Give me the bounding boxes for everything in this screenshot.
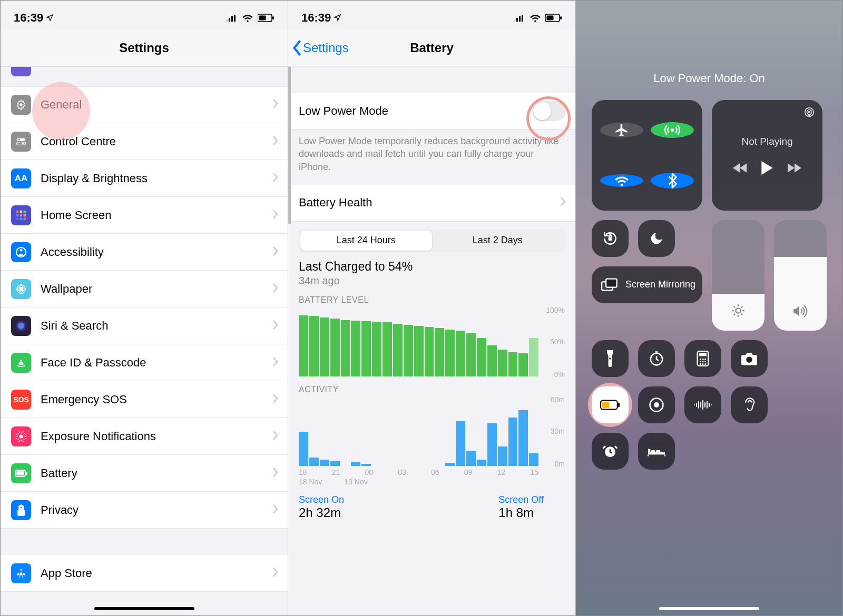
screen-on-value: 2h 32m bbox=[299, 505, 344, 520]
status-bar: 16:39 bbox=[288, 1, 575, 29]
svg-point-7 bbox=[19, 103, 23, 106]
home-indicator[interactable] bbox=[94, 607, 194, 610]
cellular-icon bbox=[226, 14, 238, 22]
seg-24h[interactable]: Last 24 Hours bbox=[300, 231, 432, 251]
svg-rect-47 bbox=[606, 279, 617, 287]
svg-point-26 bbox=[18, 323, 24, 329]
svg-point-59 bbox=[700, 363, 701, 365]
sidebar-item-exposure-notifications[interactable]: Exposure Notifications bbox=[1, 418, 288, 455]
sidebar-item-home-screen[interactable]: Home Screen bbox=[1, 197, 288, 234]
svg-point-27 bbox=[20, 360, 22, 362]
dnd-button[interactable] bbox=[638, 220, 675, 257]
highlight-general bbox=[32, 82, 90, 140]
svg-rect-36 bbox=[519, 16, 521, 22]
camera-button[interactable] bbox=[731, 340, 768, 377]
svg-rect-18 bbox=[16, 217, 19, 220]
sidebar-item-accessibility[interactable]: Accessibility bbox=[1, 234, 288, 271]
timer-button[interactable] bbox=[638, 340, 675, 377]
row-label: Battery bbox=[41, 466, 77, 480]
chevron-icon bbox=[273, 431, 278, 442]
location-icon bbox=[46, 11, 54, 25]
screen-off-title: Screen Off bbox=[498, 494, 544, 505]
sidebar-item-battery[interactable]: Battery bbox=[1, 455, 288, 492]
svg-point-29 bbox=[19, 435, 23, 438]
row-icon bbox=[11, 242, 31, 262]
status-indicators bbox=[514, 14, 562, 22]
row-label: App Store bbox=[41, 567, 92, 580]
chevron-icon bbox=[273, 283, 278, 295]
screen-record-button[interactable] bbox=[638, 386, 675, 423]
svg-point-28 bbox=[18, 364, 25, 366]
last-charged-sub: 34m ago bbox=[299, 275, 565, 287]
chevron-icon bbox=[273, 210, 278, 221]
svg-rect-37 bbox=[522, 15, 523, 22]
bluetooth-button[interactable] bbox=[651, 173, 694, 188]
prev-button[interactable] bbox=[733, 163, 747, 173]
wifi-button[interactable] bbox=[600, 174, 643, 187]
next-button[interactable] bbox=[788, 163, 801, 173]
sidebar-item-emergency-sos[interactable]: SOS Emergency SOS bbox=[1, 381, 288, 418]
chart-xaxis: 1821000306091215 bbox=[299, 468, 538, 476]
sidebar-item-display-brightness[interactable]: AA Display & Brightness bbox=[1, 160, 288, 197]
airplay-icon[interactable] bbox=[803, 106, 815, 118]
svg-rect-34 bbox=[514, 19, 515, 22]
row-label: Exposure Notifications bbox=[41, 430, 156, 443]
row-label: Home Screen bbox=[41, 208, 112, 222]
sidebar-item-siri-search[interactable]: Siri & Search bbox=[1, 307, 288, 344]
airplane-button[interactable] bbox=[600, 123, 643, 137]
svg-point-44 bbox=[809, 112, 810, 113]
alarm-button[interactable] bbox=[592, 433, 629, 470]
svg-point-49 bbox=[609, 357, 611, 359]
page-title: Settings bbox=[119, 41, 169, 55]
brightness-slider[interactable] bbox=[712, 220, 764, 331]
flashlight-button[interactable] bbox=[592, 340, 629, 377]
svg-point-57 bbox=[702, 361, 704, 362]
sidebar-item-appstore[interactable]: App Store bbox=[1, 555, 288, 592]
svg-rect-9 bbox=[17, 142, 26, 145]
cellular-button[interactable] bbox=[651, 122, 694, 138]
chevron-icon bbox=[561, 197, 566, 208]
svg-point-24 bbox=[20, 288, 22, 290]
svg-point-61 bbox=[704, 363, 706, 365]
appstore-icon bbox=[11, 563, 31, 583]
highlight-toggle bbox=[526, 96, 571, 141]
svg-point-67 bbox=[654, 402, 659, 408]
play-button[interactable] bbox=[761, 161, 773, 175]
calculator-button[interactable] bbox=[684, 340, 721, 377]
voice-memo-button[interactable] bbox=[684, 386, 721, 423]
cc-grid: Not Playing Screen Mirroring bbox=[576, 100, 842, 470]
seg-2d[interactable]: Last 2 Days bbox=[432, 231, 564, 251]
svg-rect-32 bbox=[26, 472, 27, 475]
svg-point-62 bbox=[746, 357, 752, 363]
sidebar-item-face-id-passcode[interactable]: Face ID & Passcode bbox=[1, 344, 288, 381]
volume-slider[interactable] bbox=[774, 220, 827, 331]
back-button[interactable]: Settings bbox=[292, 29, 349, 66]
row-label: Low Power Mode bbox=[299, 104, 388, 118]
svg-rect-17 bbox=[24, 214, 26, 216]
screen-mirroring-button[interactable]: Screen Mirroring bbox=[592, 266, 702, 303]
sidebar-item-wallpaper[interactable]: Wallpaper bbox=[1, 271, 288, 307]
connectivity-tile[interactable] bbox=[592, 100, 702, 211]
svg-rect-45 bbox=[609, 237, 612, 241]
location-icon bbox=[334, 11, 341, 25]
svg-point-53 bbox=[700, 359, 701, 360]
sleep-button[interactable] bbox=[638, 433, 675, 470]
hearing-button[interactable] bbox=[731, 386, 768, 423]
svg-rect-6 bbox=[272, 16, 274, 19]
time-segment[interactable]: Last 24 Hours Last 2 Days bbox=[299, 229, 565, 252]
partial-row[interactable] bbox=[1, 66, 288, 78]
home-indicator[interactable] bbox=[659, 607, 759, 610]
low-power-mode-button[interactable] bbox=[592, 386, 629, 423]
svg-rect-31 bbox=[16, 471, 24, 475]
row-label: Face ID & Passcode bbox=[41, 356, 146, 370]
chevron-icon bbox=[273, 246, 278, 258]
sidebar-item-privacy[interactable]: Privacy bbox=[1, 492, 288, 529]
media-tile[interactable]: Not Playing bbox=[712, 100, 822, 211]
svg-rect-5 bbox=[259, 15, 266, 20]
svg-rect-64 bbox=[602, 402, 610, 408]
battery-health-row[interactable]: Battery Health bbox=[288, 185, 575, 222]
svg-rect-16 bbox=[20, 214, 23, 216]
chevron-icon bbox=[273, 504, 278, 516]
orientation-lock-button[interactable] bbox=[592, 220, 629, 257]
svg-rect-35 bbox=[516, 18, 518, 22]
